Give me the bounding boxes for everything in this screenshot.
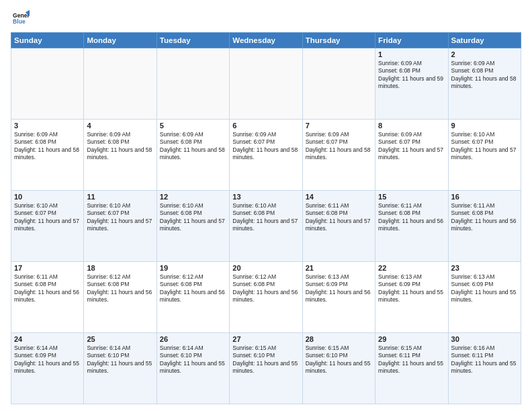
day-cell-1: 1Sunrise: 6:09 AMSunset: 6:08 PMDaylight… <box>375 48 448 120</box>
day-number: 2 <box>451 50 518 58</box>
calendar-table: SundayMondayTuesdayWednesdayThursdayFrid… <box>11 32 521 404</box>
weekday-header-sunday: Sunday <box>11 33 84 48</box>
day-info: Sunrise: 6:10 AMSunset: 6:07 PMDaylight:… <box>14 202 81 233</box>
day-cell-18: 18Sunrise: 6:12 AMSunset: 6:08 PMDayligh… <box>84 262 157 333</box>
day-number: 17 <box>14 264 81 272</box>
day-info: Sunrise: 6:10 AMSunset: 6:08 PMDaylight:… <box>160 202 226 233</box>
day-info: Sunrise: 6:09 AMSunset: 6:07 PMDaylight:… <box>232 131 299 162</box>
day-number: 21 <box>306 264 372 272</box>
day-info: Sunrise: 6:12 AMSunset: 6:08 PMDaylight:… <box>232 273 299 304</box>
day-info: Sunrise: 6:14 AMSunset: 6:09 PMDaylight:… <box>14 345 81 375</box>
day-cell-23: 23Sunrise: 6:13 AMSunset: 6:09 PMDayligh… <box>448 262 521 333</box>
day-cell-14: 14Sunrise: 6:11 AMSunset: 6:08 PMDayligh… <box>302 191 375 262</box>
day-info: Sunrise: 6:12 AMSunset: 6:08 PMDaylight:… <box>87 273 153 304</box>
day-number: 20 <box>232 264 299 272</box>
day-number: 18 <box>87 264 153 272</box>
day-info: Sunrise: 6:11 AMSunset: 6:08 PMDaylight:… <box>306 202 372 233</box>
day-info: Sunrise: 6:13 AMSunset: 6:09 PMDaylight:… <box>378 273 445 304</box>
day-number: 16 <box>451 193 518 201</box>
day-cell-26: 26Sunrise: 6:14 AMSunset: 6:10 PMDayligh… <box>157 333 229 404</box>
day-cell-7: 7Sunrise: 6:09 AMSunset: 6:07 PMDaylight… <box>302 120 375 191</box>
day-cell-30: 30Sunrise: 6:16 AMSunset: 6:11 PMDayligh… <box>448 333 521 404</box>
day-info: Sunrise: 6:09 AMSunset: 6:08 PMDaylight:… <box>87 131 153 162</box>
empty-cell <box>230 48 302 120</box>
day-info: Sunrise: 6:11 AMSunset: 6:08 PMDaylight:… <box>451 202 518 233</box>
day-info: Sunrise: 6:15 AMSunset: 6:10 PMDaylight:… <box>232 345 299 375</box>
day-number: 30 <box>451 335 518 343</box>
day-number: 14 <box>306 193 372 201</box>
day-number: 5 <box>160 122 226 130</box>
day-info: Sunrise: 6:09 AMSunset: 6:08 PMDaylight:… <box>14 131 81 162</box>
day-number: 9 <box>451 122 518 130</box>
day-cell-19: 19Sunrise: 6:12 AMSunset: 6:08 PMDayligh… <box>157 262 229 333</box>
day-number: 22 <box>378 264 445 272</box>
header: General Blue <box>11 8 521 27</box>
day-number: 1 <box>378 50 445 58</box>
day-info: Sunrise: 6:10 AMSunset: 6:08 PMDaylight:… <box>232 202 299 233</box>
empty-cell <box>84 48 157 120</box>
weekday-header-row: SundayMondayTuesdayWednesdayThursdayFrid… <box>11 33 521 48</box>
day-number: 3 <box>14 122 81 130</box>
day-cell-15: 15Sunrise: 6:11 AMSunset: 6:08 PMDayligh… <box>375 191 448 262</box>
day-info: Sunrise: 6:13 AMSunset: 6:09 PMDaylight:… <box>306 273 372 304</box>
day-cell-17: 17Sunrise: 6:11 AMSunset: 6:08 PMDayligh… <box>11 262 84 333</box>
logo: General Blue <box>11 8 32 27</box>
day-cell-10: 10Sunrise: 6:10 AMSunset: 6:07 PMDayligh… <box>11 191 84 262</box>
empty-cell <box>157 48 229 120</box>
day-info: Sunrise: 6:11 AMSunset: 6:08 PMDaylight:… <box>14 273 81 304</box>
day-info: Sunrise: 6:15 AMSunset: 6:10 PMDaylight:… <box>306 345 372 375</box>
svg-text:Blue: Blue <box>13 18 26 25</box>
day-cell-4: 4Sunrise: 6:09 AMSunset: 6:08 PMDaylight… <box>84 120 157 191</box>
day-info: Sunrise: 6:09 AMSunset: 6:08 PMDaylight:… <box>451 60 518 91</box>
day-number: 10 <box>14 193 81 201</box>
week-row-3: 10Sunrise: 6:10 AMSunset: 6:07 PMDayligh… <box>11 191 521 262</box>
day-cell-3: 3Sunrise: 6:09 AMSunset: 6:08 PMDaylight… <box>11 120 84 191</box>
day-number: 29 <box>378 335 445 343</box>
day-number: 19 <box>160 264 226 272</box>
day-info: Sunrise: 6:09 AMSunset: 6:07 PMDaylight:… <box>306 131 372 162</box>
day-number: 8 <box>378 122 445 130</box>
day-cell-25: 25Sunrise: 6:14 AMSunset: 6:10 PMDayligh… <box>84 333 157 404</box>
day-info: Sunrise: 6:09 AMSunset: 6:08 PMDaylight:… <box>378 60 445 91</box>
day-number: 12 <box>160 193 226 201</box>
day-info: Sunrise: 6:13 AMSunset: 6:09 PMDaylight:… <box>451 273 518 304</box>
day-cell-28: 28Sunrise: 6:15 AMSunset: 6:10 PMDayligh… <box>302 333 375 404</box>
day-info: Sunrise: 6:10 AMSunset: 6:07 PMDaylight:… <box>87 202 153 233</box>
day-cell-2: 2Sunrise: 6:09 AMSunset: 6:08 PMDaylight… <box>448 48 521 120</box>
day-info: Sunrise: 6:09 AMSunset: 6:07 PMDaylight:… <box>378 131 445 162</box>
day-cell-13: 13Sunrise: 6:10 AMSunset: 6:08 PMDayligh… <box>230 191 302 262</box>
day-cell-6: 6Sunrise: 6:09 AMSunset: 6:07 PMDaylight… <box>230 120 302 191</box>
day-number: 7 <box>306 122 372 130</box>
day-cell-5: 5Sunrise: 6:09 AMSunset: 6:08 PMDaylight… <box>157 120 229 191</box>
week-row-1: 1Sunrise: 6:09 AMSunset: 6:08 PMDaylight… <box>11 48 521 120</box>
day-info: Sunrise: 6:10 AMSunset: 6:07 PMDaylight:… <box>451 131 518 162</box>
calendar-body: 1Sunrise: 6:09 AMSunset: 6:08 PMDaylight… <box>11 48 521 404</box>
day-cell-22: 22Sunrise: 6:13 AMSunset: 6:09 PMDayligh… <box>375 262 448 333</box>
weekday-header-tuesday: Tuesday <box>157 33 229 48</box>
day-cell-21: 21Sunrise: 6:13 AMSunset: 6:09 PMDayligh… <box>302 262 375 333</box>
day-number: 6 <box>232 122 299 130</box>
day-number: 13 <box>232 193 299 201</box>
week-row-2: 3Sunrise: 6:09 AMSunset: 6:08 PMDaylight… <box>11 120 521 191</box>
day-number: 27 <box>232 335 299 343</box>
empty-cell <box>11 48 84 120</box>
day-info: Sunrise: 6:12 AMSunset: 6:08 PMDaylight:… <box>160 273 226 304</box>
day-info: Sunrise: 6:15 AMSunset: 6:11 PMDaylight:… <box>378 345 445 375</box>
day-number: 4 <box>87 122 153 130</box>
day-cell-29: 29Sunrise: 6:15 AMSunset: 6:11 PMDayligh… <box>375 333 448 404</box>
day-number: 26 <box>160 335 226 343</box>
day-cell-9: 9Sunrise: 6:10 AMSunset: 6:07 PMDaylight… <box>448 120 521 191</box>
day-cell-12: 12Sunrise: 6:10 AMSunset: 6:08 PMDayligh… <box>157 191 229 262</box>
day-number: 11 <box>87 193 153 201</box>
calendar-header: SundayMondayTuesdayWednesdayThursdayFrid… <box>11 33 521 48</box>
day-info: Sunrise: 6:16 AMSunset: 6:11 PMDaylight:… <box>451 345 518 375</box>
weekday-header-monday: Monday <box>84 33 157 48</box>
empty-cell <box>302 48 375 120</box>
day-number: 25 <box>87 335 153 343</box>
day-info: Sunrise: 6:09 AMSunset: 6:08 PMDaylight:… <box>160 131 226 162</box>
day-cell-16: 16Sunrise: 6:11 AMSunset: 6:08 PMDayligh… <box>448 191 521 262</box>
week-row-4: 17Sunrise: 6:11 AMSunset: 6:08 PMDayligh… <box>11 262 521 333</box>
day-cell-27: 27Sunrise: 6:15 AMSunset: 6:10 PMDayligh… <box>230 333 302 404</box>
day-cell-20: 20Sunrise: 6:12 AMSunset: 6:08 PMDayligh… <box>230 262 302 333</box>
day-info: Sunrise: 6:14 AMSunset: 6:10 PMDaylight:… <box>87 345 153 375</box>
